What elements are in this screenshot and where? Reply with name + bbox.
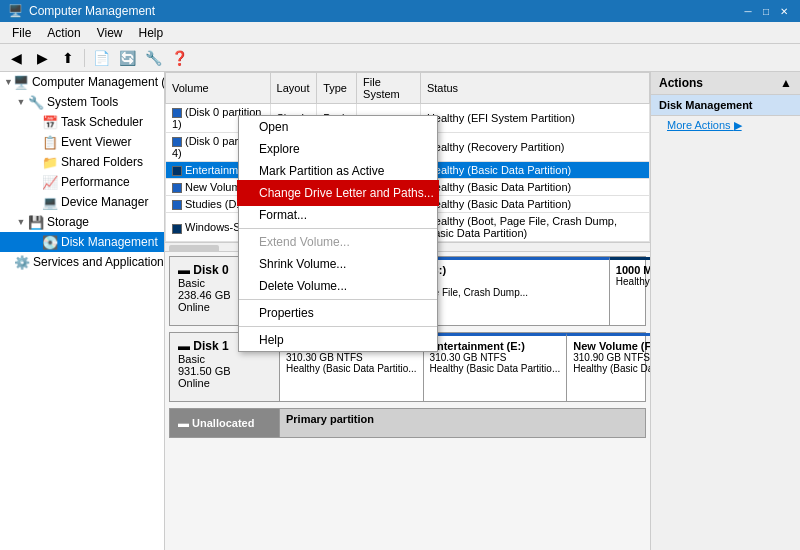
unallocated-partitions: Primary partition <box>280 409 645 437</box>
menu-bar: File Action View Help <box>0 22 800 44</box>
device-manager-icon: 💻 <box>42 194 58 210</box>
partition-newvolume[interactable]: New Volume (F:) 310.90 GB NTFS Healthy (… <box>567 333 650 401</box>
event-viewer-icon: 📋 <box>42 134 58 150</box>
sidebar: ▼ 🖥️ Computer Management (Local) ▼ 🔧 Sys… <box>0 72 165 550</box>
ctx-help[interactable]: Help <box>239 329 437 351</box>
scrollbar-thumb[interactable] <box>169 245 219 252</box>
ctx-shrink-volume[interactable]: Shrink Volume... <box>239 253 437 275</box>
sidebar-item-system-tools[interactable]: ▼ 🔧 System Tools <box>0 92 164 112</box>
partition-entertainment[interactable]: Entertainment (E:) 310.30 GB NTFS Health… <box>424 333 568 401</box>
app-icon: 🖥️ <box>8 4 23 18</box>
actions-panel: Actions ▲ Disk Management More Actions ▶ <box>650 72 800 550</box>
sidebar-item-services-applications[interactable]: ⚙️ Services and Applications <box>0 252 164 272</box>
minimize-button[interactable]: ─ <box>740 3 756 19</box>
performance-icon: 📈 <box>42 174 58 190</box>
window-title: Computer Management <box>29 4 155 18</box>
sidebar-item-performance[interactable]: 📈 Performance <box>0 172 164 192</box>
col-layout[interactable]: Layout <box>270 73 317 104</box>
more-actions-link[interactable]: More Actions ▶ <box>651 116 800 135</box>
ctx-mark-active[interactable]: Mark Partition as Active <box>239 160 437 182</box>
system-tools-icon: 🔧 <box>28 94 44 110</box>
shared-folders-icon: 📁 <box>42 154 58 170</box>
sidebar-item-computer-management[interactable]: ▼ 🖥️ Computer Management (Local) <box>0 72 164 92</box>
ctx-format[interactable]: Format... <box>239 204 437 226</box>
toolbar-up[interactable]: ⬆ <box>56 47 80 69</box>
actions-collapse-icon[interactable]: ▲ <box>780 76 792 90</box>
task-scheduler-icon: 📅 <box>42 114 58 130</box>
partition-primary[interactable]: Primary partition <box>280 409 645 437</box>
sidebar-item-task-scheduler[interactable]: 📅 Task Scheduler <box>0 112 164 132</box>
toolbar-refresh[interactable]: 🔄 <box>115 47 139 69</box>
toolbar-back[interactable]: ◀ <box>4 47 28 69</box>
sidebar-item-storage[interactable]: ▼ 💾 Storage <box>0 212 164 232</box>
close-button[interactable]: ✕ <box>776 3 792 19</box>
ctx-open[interactable]: Open <box>239 116 437 138</box>
sidebar-item-event-viewer[interactable]: 📋 Event Viewer <box>0 132 164 152</box>
ctx-properties[interactable]: Properties <box>239 302 437 324</box>
col-volume[interactable]: Volume <box>166 73 271 104</box>
col-type[interactable]: Type <box>317 73 357 104</box>
ctx-extend-volume[interactable]: Extend Volume... <box>239 231 437 253</box>
ctx-sep3 <box>239 326 437 327</box>
ctx-sep2 <box>239 299 437 300</box>
unallocated-panel: ▬ Unallocated Primary partition <box>169 408 646 438</box>
maximize-button[interactable]: □ <box>758 3 774 19</box>
actions-header: Actions ▲ <box>651 72 800 95</box>
storage-icon: 💾 <box>28 214 44 230</box>
partition-recovery[interactable]: 1000 MB Healthy (Recovery F... <box>610 257 650 325</box>
ctx-change-drive-letter[interactable]: Change Drive Letter and Paths... <box>239 182 437 204</box>
services-icon: ⚙️ <box>14 254 30 270</box>
sidebar-item-shared-folders[interactable]: 📁 Shared Folders <box>0 152 164 172</box>
computer-icon: 🖥️ <box>13 74 29 90</box>
chevron-right-icon: ▶ <box>734 119 742 131</box>
sidebar-item-disk-management[interactable]: 💽 Disk Management <box>0 232 164 252</box>
actions-subheader: Disk Management <box>651 95 800 116</box>
toolbar-help[interactable]: ❓ <box>167 47 191 69</box>
disk-management-icon: 💽 <box>42 234 58 250</box>
title-bar: 🖥️ Computer Management ─ □ ✕ <box>0 0 800 22</box>
menu-file[interactable]: File <box>4 24 39 42</box>
col-fs[interactable]: File System <box>357 73 421 104</box>
sidebar-item-device-manager[interactable]: 💻 Device Manager <box>0 192 164 212</box>
ctx-explore[interactable]: Explore <box>239 138 437 160</box>
toolbar-properties[interactable]: 🔧 <box>141 47 165 69</box>
actions-title: Actions <box>659 76 703 90</box>
toolbar-show-hide[interactable]: 📄 <box>89 47 113 69</box>
ctx-sep1 <box>239 228 437 229</box>
menu-action[interactable]: Action <box>39 24 88 42</box>
ctx-delete-volume[interactable]: Delete Volume... <box>239 275 437 297</box>
toolbar: ◀ ▶ ⬆ 📄 🔄 🔧 ❓ <box>0 44 800 72</box>
toolbar-forward[interactable]: ▶ <box>30 47 54 69</box>
menu-help[interactable]: Help <box>131 24 172 42</box>
context-menu: Open Explore Mark Partition as Active Ch… <box>238 115 438 352</box>
col-status[interactable]: Status <box>420 73 649 104</box>
menu-view[interactable]: View <box>89 24 131 42</box>
unallocated-label: ▬ Unallocated <box>170 409 280 437</box>
